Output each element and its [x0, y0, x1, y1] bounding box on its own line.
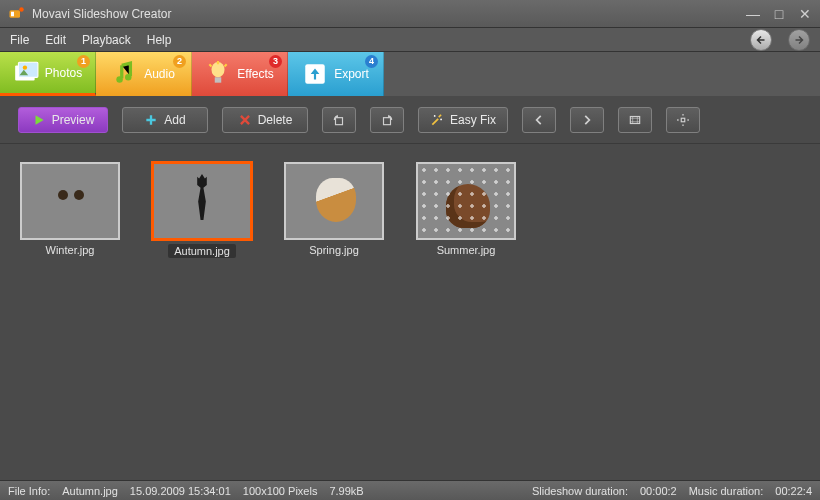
svg-point-8: [212, 62, 225, 77]
tab-effects[interactable]: Effects 3: [192, 52, 288, 96]
button-label: Preview: [52, 113, 95, 127]
menu-playback[interactable]: Playback: [82, 33, 131, 47]
tab-audio[interactable]: Audio 2: [96, 52, 192, 96]
tab-badge: 3: [269, 55, 282, 68]
delete-button[interactable]: Delete: [222, 107, 308, 133]
redo-button[interactable]: [788, 29, 810, 51]
status-slideshow-val: 00:00:2: [640, 485, 677, 497]
export-icon: [302, 61, 328, 87]
thumbnail-image: [20, 162, 120, 240]
svg-rect-2: [11, 11, 14, 16]
tab-label: Photos: [45, 66, 82, 80]
svg-point-1: [19, 7, 24, 12]
thumbnail-item[interactable]: Autumn.jpg: [150, 162, 254, 258]
tab-label: Effects: [237, 67, 273, 81]
rotate-left-button[interactable]: [322, 107, 356, 133]
fullscreen-button[interactable]: [666, 107, 700, 133]
next-button[interactable]: [570, 107, 604, 133]
preview-button[interactable]: Preview: [18, 107, 108, 133]
svg-rect-20: [681, 118, 685, 122]
status-slideshow-label: Slideshow duration:: [532, 485, 628, 497]
status-music-label: Music duration:: [689, 485, 764, 497]
thumbnail-caption: Spring.jpg: [309, 244, 359, 256]
menubar: File Edit Playback Help: [0, 28, 820, 52]
status-dims: 100x100 Pixels: [243, 485, 318, 497]
svg-rect-11: [336, 117, 343, 124]
maximize-button[interactable]: □: [772, 7, 786, 21]
thumbnail-grid: Winter.jpg Autumn.jpg Spring.jpg Summer.…: [0, 144, 820, 480]
tab-badge: 2: [173, 55, 186, 68]
status-file-label: File Info:: [8, 485, 50, 497]
window-controls: — □ ✕: [746, 7, 812, 21]
window-title: Movavi Slideshow Creator: [32, 7, 746, 21]
tab-badge: 4: [365, 55, 378, 68]
app-icon: [8, 5, 26, 23]
button-label: Delete: [258, 113, 293, 127]
svg-rect-9: [215, 77, 222, 82]
easyfix-button[interactable]: Easy Fix: [418, 107, 508, 133]
tab-badge: 1: [77, 55, 90, 68]
menu-file[interactable]: File: [10, 33, 29, 47]
tab-photos[interactable]: Photos 1: [0, 52, 96, 96]
thumbnail-caption: Autumn.jpg: [168, 244, 236, 258]
add-button[interactable]: Add: [122, 107, 208, 133]
thumbnail-image: [416, 162, 516, 240]
statusbar: File Info: Autumn.jpg 15.09.2009 15:34:0…: [0, 480, 820, 500]
audio-icon: [112, 61, 138, 87]
minimize-button[interactable]: —: [746, 7, 760, 21]
thumbnail-caption: Winter.jpg: [46, 244, 95, 256]
thumbnail-item[interactable]: Winter.jpg: [18, 162, 122, 256]
tabbar: Photos 1 Audio 2 Effects 3 Export 4: [0, 52, 820, 96]
svg-rect-15: [630, 116, 639, 123]
svg-point-7: [125, 74, 132, 81]
undo-button[interactable]: [750, 29, 772, 51]
titlebar: Movavi Slideshow Creator — □ ✕: [0, 0, 820, 28]
status-date: 15.09.2009 15:34:01: [130, 485, 231, 497]
filmstrip-button[interactable]: [618, 107, 652, 133]
svg-rect-12: [384, 117, 391, 124]
effects-icon: [205, 61, 231, 87]
toolbar: Preview Add Delete Easy Fix: [0, 96, 820, 144]
tab-label: Export: [334, 67, 369, 81]
thumbnail-image: [284, 162, 384, 240]
svg-point-5: [23, 65, 27, 69]
thumbnail-item[interactable]: Summer.jpg: [414, 162, 518, 256]
rotate-right-button[interactable]: [370, 107, 404, 133]
status-size: 7.99kB: [329, 485, 363, 497]
svg-point-13: [440, 118, 442, 120]
tab-label: Audio: [144, 67, 175, 81]
button-label: Add: [164, 113, 185, 127]
thumbnail-image: [152, 162, 252, 240]
status-music-val: 00:22:4: [775, 485, 812, 497]
thumbnail-item[interactable]: Spring.jpg: [282, 162, 386, 256]
photos-icon: [13, 60, 39, 86]
svg-point-6: [116, 76, 123, 83]
menu-edit[interactable]: Edit: [45, 33, 66, 47]
button-label: Easy Fix: [450, 113, 496, 127]
thumbnail-caption: Summer.jpg: [437, 244, 496, 256]
svg-point-14: [434, 115, 436, 117]
close-button[interactable]: ✕: [798, 7, 812, 21]
menu-help[interactable]: Help: [147, 33, 172, 47]
prev-button[interactable]: [522, 107, 556, 133]
status-file-name: Autumn.jpg: [62, 485, 118, 497]
tab-export[interactable]: Export 4: [288, 52, 384, 96]
